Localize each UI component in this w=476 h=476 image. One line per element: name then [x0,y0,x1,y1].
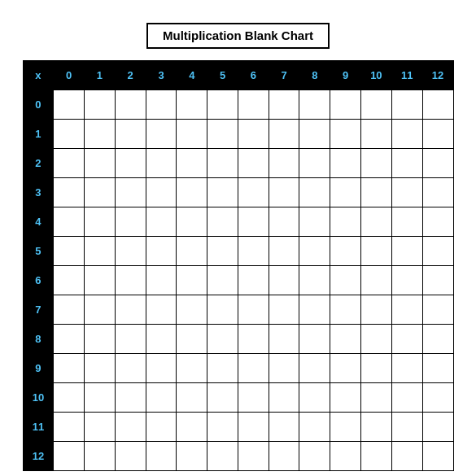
cell-4-3[interactable] [146,207,177,237]
cell-8-0[interactable] [54,325,85,354]
cell-4-2[interactable] [115,207,146,237]
cell-11-12[interactable] [422,413,453,442]
cell-0-4[interactable] [177,90,207,120]
cell-3-10[interactable] [360,178,391,207]
cell-8-7[interactable] [269,325,299,354]
cell-3-6[interactable] [238,178,269,207]
cell-3-1[interactable] [85,178,116,207]
cell-10-11[interactable] [391,383,422,413]
cell-4-12[interactable] [422,207,453,237]
cell-5-0[interactable] [54,237,85,266]
cell-10-1[interactable] [85,383,116,413]
cell-8-9[interactable] [330,325,361,354]
cell-3-12[interactable] [422,178,453,207]
cell-11-5[interactable] [207,413,238,442]
cell-12-11[interactable] [391,442,422,471]
cell-11-1[interactable] [85,413,116,442]
cell-9-2[interactable] [115,354,146,383]
cell-0-5[interactable] [207,90,238,120]
cell-11-4[interactable] [177,413,207,442]
cell-7-10[interactable] [360,295,391,325]
cell-9-5[interactable] [207,354,238,383]
cell-0-7[interactable] [269,90,299,120]
cell-6-4[interactable] [177,266,207,295]
cell-3-11[interactable] [391,178,422,207]
cell-8-11[interactable] [391,325,422,354]
cell-12-3[interactable] [146,442,177,471]
cell-6-6[interactable] [238,266,269,295]
cell-3-5[interactable] [207,178,238,207]
cell-12-2[interactable] [115,442,146,471]
cell-7-11[interactable] [391,295,422,325]
cell-0-1[interactable] [85,90,116,120]
cell-2-11[interactable] [391,149,422,178]
cell-9-12[interactable] [422,354,453,383]
cell-6-2[interactable] [115,266,146,295]
cell-1-7[interactable] [269,120,299,149]
cell-7-2[interactable] [115,295,146,325]
cell-8-5[interactable] [207,325,238,354]
cell-4-4[interactable] [177,207,207,237]
cell-12-9[interactable] [330,442,361,471]
cell-9-3[interactable] [146,354,177,383]
cell-5-9[interactable] [330,237,361,266]
cell-6-0[interactable] [54,266,85,295]
cell-2-9[interactable] [330,149,361,178]
cell-1-0[interactable] [54,120,85,149]
cell-1-2[interactable] [115,120,146,149]
cell-1-6[interactable] [238,120,269,149]
cell-6-7[interactable] [269,266,299,295]
cell-1-5[interactable] [207,120,238,149]
cell-7-3[interactable] [146,295,177,325]
cell-12-4[interactable] [177,442,207,471]
cell-5-1[interactable] [85,237,116,266]
cell-11-9[interactable] [330,413,361,442]
cell-11-2[interactable] [115,413,146,442]
cell-0-6[interactable] [238,90,269,120]
cell-9-1[interactable] [85,354,116,383]
cell-0-12[interactable] [422,90,453,120]
cell-3-0[interactable] [54,178,85,207]
cell-10-0[interactable] [54,383,85,413]
cell-7-8[interactable] [299,295,330,325]
cell-12-6[interactable] [238,442,269,471]
cell-12-1[interactable] [85,442,116,471]
cell-12-10[interactable] [360,442,391,471]
cell-4-10[interactable] [360,207,391,237]
cell-9-9[interactable] [330,354,361,383]
cell-7-7[interactable] [269,295,299,325]
cell-7-6[interactable] [238,295,269,325]
cell-2-6[interactable] [238,149,269,178]
cell-3-4[interactable] [177,178,207,207]
cell-0-10[interactable] [360,90,391,120]
cell-3-3[interactable] [146,178,177,207]
cell-12-8[interactable] [299,442,330,471]
cell-9-10[interactable] [360,354,391,383]
cell-0-0[interactable] [54,90,85,120]
cell-9-11[interactable] [391,354,422,383]
cell-7-1[interactable] [85,295,116,325]
cell-2-2[interactable] [115,149,146,178]
cell-4-7[interactable] [269,207,299,237]
cell-12-0[interactable] [54,442,85,471]
cell-7-9[interactable] [330,295,361,325]
cell-8-6[interactable] [238,325,269,354]
cell-6-10[interactable] [360,266,391,295]
cell-2-1[interactable] [85,149,116,178]
cell-9-7[interactable] [269,354,299,383]
cell-5-8[interactable] [299,237,330,266]
cell-11-7[interactable] [269,413,299,442]
cell-8-4[interactable] [177,325,207,354]
cell-1-12[interactable] [422,120,453,149]
cell-12-7[interactable] [269,442,299,471]
cell-7-12[interactable] [422,295,453,325]
cell-10-10[interactable] [360,383,391,413]
cell-9-6[interactable] [238,354,269,383]
cell-8-3[interactable] [146,325,177,354]
cell-9-4[interactable] [177,354,207,383]
cell-6-8[interactable] [299,266,330,295]
cell-12-5[interactable] [207,442,238,471]
cell-4-9[interactable] [330,207,361,237]
cell-9-0[interactable] [54,354,85,383]
cell-3-9[interactable] [330,178,361,207]
